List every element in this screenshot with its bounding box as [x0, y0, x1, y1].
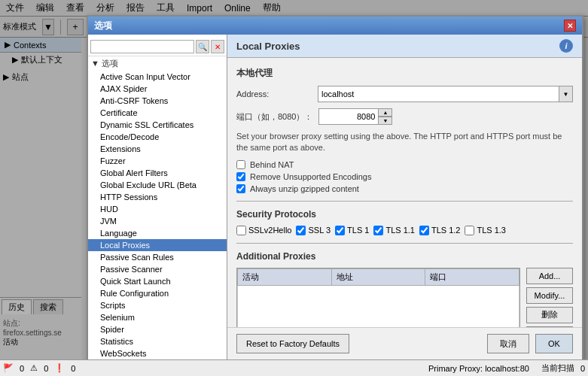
port-up-btn[interactable]: ▲: [379, 108, 392, 117]
footer-right-buttons: 取消 OK: [487, 334, 573, 353]
primary-proxy-label: Primary Proxy: localhost:80: [428, 364, 529, 373]
info-icon[interactable]: i: [559, 39, 573, 53]
unzip-gzipped-row: Always unzip gzipped content: [236, 184, 573, 193]
ssl3-checkbox[interactable]: [296, 226, 306, 235]
tree-filter-input[interactable]: [90, 40, 194, 53]
modify-proxy-button[interactable]: Modify...: [526, 287, 573, 304]
remove-encodings-checkbox[interactable]: [236, 172, 245, 181]
dialog-close-button[interactable]: ✕: [564, 20, 576, 32]
tree-item-23[interactable]: WebSockets: [88, 347, 227, 359]
error-icon: ❗: [54, 363, 65, 373]
scan-label: 当前扫描: [541, 362, 574, 374]
options-dialog: 选项 ✕ 🔍 ✕ ▼ 选项 Active Scan Input VectorAJ…: [87, 15, 583, 361]
tree-item-3[interactable]: Certificate: [88, 107, 227, 119]
tls13-label: TLS 1.3: [477, 226, 506, 235]
tree-item-4[interactable]: Dynamic SSL Certificates: [88, 119, 227, 131]
scan-value: 0: [580, 364, 585, 373]
protocol-ssl3: SSL 3: [296, 226, 331, 235]
security-protocols: SSLv2Hello SSL 3 TLS 1 TLS 1.1: [236, 226, 573, 235]
security-protocols-title: Security Protocols: [236, 209, 573, 220]
tls1-label: TLS 1: [347, 226, 369, 235]
tree-clear-icon[interactable]: ✕: [211, 40, 224, 53]
delete-proxy-button[interactable]: 删除: [526, 307, 573, 323]
protocol-sslv2hello: SSLv2Hello: [236, 226, 291, 235]
tree-item-22[interactable]: Statistics: [88, 335, 227, 347]
remove-encodings-row: Remove Unsupported Encodings: [236, 172, 573, 181]
tree-item-12[interactable]: JVM: [88, 215, 227, 227]
app-background: 文件 编辑 查看 分析 报告 工具 Import Online 帮助 标准模式 …: [0, 0, 588, 376]
tree-item-6[interactable]: Extensions: [88, 143, 227, 155]
tree-item-10[interactable]: HTTP Sessions: [88, 191, 227, 203]
address-dropdown-btn[interactable]: ▼: [559, 86, 573, 102]
reset-defaults-button[interactable]: Reset to Factory Defaults: [236, 334, 349, 353]
add-proxy-button[interactable]: Add...: [526, 268, 573, 284]
content-body: 本地代理 Address: ▼ 端口（如，8080）：: [227, 58, 582, 327]
dialog-title-bar: 选项 ✕: [88, 17, 582, 35]
tree-item-0[interactable]: Active Scan Input Vector: [88, 71, 227, 83]
port-label: 端口（如，8080）：: [236, 111, 312, 123]
tree-item-20[interactable]: Selenium: [88, 311, 227, 323]
local-proxy-section-title: 本地代理: [236, 67, 573, 80]
tree-search-icon[interactable]: 🔍: [196, 40, 209, 53]
tls1-checkbox[interactable]: [335, 226, 345, 235]
tree-item-16[interactable]: Passive Scanner: [88, 263, 227, 275]
dialog-footer: Reset to Factory Defaults 取消 OK: [227, 327, 582, 359]
tree-item-11[interactable]: HUD: [88, 203, 227, 215]
tls12-checkbox[interactable]: [419, 226, 429, 235]
tree-item-17[interactable]: Quick Start Launch: [88, 275, 227, 287]
address-row: Address: ▼: [236, 86, 573, 102]
additional-proxies-title: Additional Proxies: [236, 251, 573, 262]
tree-item-18[interactable]: Rule Configuration: [88, 287, 227, 299]
alert-icon: 🚩: [3, 363, 14, 373]
tree-item-8[interactable]: Global Alert Filters: [88, 167, 227, 179]
port-input[interactable]: [318, 108, 379, 125]
options-tree: 🔍 ✕ ▼ 选项 Active Scan Input VectorAJAX Sp…: [88, 35, 227, 359]
address-combo: ▼: [318, 86, 573, 102]
tree-item-13[interactable]: Language: [88, 227, 227, 239]
content-panel-title: Local Proxies: [236, 41, 300, 52]
proxy-table-area: 活动 地址 端口: [236, 268, 573, 327]
tree-item-5[interactable]: Encode/Decode: [88, 131, 227, 143]
error-count: 0: [71, 364, 75, 373]
proxy-table-container: 活动 地址 端口: [236, 268, 520, 327]
tls12-label: TLS 1.2: [431, 226, 461, 235]
cancel-button[interactable]: 取消: [487, 334, 529, 353]
tree-item-21[interactable]: Spider: [88, 323, 227, 335]
content-header: Local Proxies i: [227, 35, 582, 58]
tree-item-1[interactable]: AJAX Spider: [88, 83, 227, 95]
warning-icon: ⚠: [30, 363, 38, 373]
warning-count: 0: [44, 364, 48, 373]
behind-nat-checkbox[interactable]: [236, 160, 245, 169]
address-input[interactable]: [318, 86, 559, 102]
col-active[interactable]: 活动: [238, 268, 332, 285]
separator-2: [236, 243, 573, 244]
hint-text: Set your browser proxy setting using the…: [236, 131, 573, 154]
tls11-checkbox[interactable]: [373, 226, 383, 235]
behind-nat-label: Behind NAT: [250, 160, 294, 169]
col-address[interactable]: 地址: [331, 268, 425, 285]
proxy-table: 活动 地址 端口: [237, 268, 519, 327]
dialog-body: 🔍 ✕ ▼ 选项 Active Scan Input VectorAJAX Sp…: [88, 35, 582, 359]
tree-item-2[interactable]: Anti-CSRF Tokens: [88, 95, 227, 107]
col-port[interactable]: 端口: [425, 268, 519, 285]
protocol-tls12: TLS 1.2: [419, 226, 461, 235]
tree-item-15[interactable]: Passive Scan Rules: [88, 251, 227, 263]
tree-items-container: Active Scan Input VectorAJAX SpiderAnti-…: [88, 71, 227, 359]
sslv2hello-label: SSLv2Hello: [248, 226, 291, 235]
port-down-btn[interactable]: ▼: [379, 117, 392, 125]
ssl3-label: SSL 3: [308, 226, 331, 235]
tree-item-9[interactable]: Global Exclude URL (Beta: [88, 179, 227, 191]
address-label: Address:: [236, 89, 312, 99]
tree-item-19[interactable]: Scripts: [88, 299, 227, 311]
behind-nat-row: Behind NAT: [236, 160, 573, 169]
protocol-tls13: TLS 1.3: [465, 226, 506, 235]
sslv2hello-checkbox[interactable]: [236, 226, 246, 235]
tree-root[interactable]: ▼ 选项: [88, 56, 227, 71]
ok-button[interactable]: OK: [535, 334, 573, 353]
tree-item-7[interactable]: Fuzzer: [88, 155, 227, 167]
tree-item-14[interactable]: Local Proxies: [88, 239, 227, 251]
status-bar: 🚩 0 ⚠ 0 ❗ 0 Primary Proxy: localhost:80 …: [0, 359, 588, 376]
unzip-gzipped-checkbox[interactable]: [236, 184, 245, 193]
dialog-title: 选项: [94, 20, 112, 32]
tls13-checkbox[interactable]: [465, 226, 474, 235]
